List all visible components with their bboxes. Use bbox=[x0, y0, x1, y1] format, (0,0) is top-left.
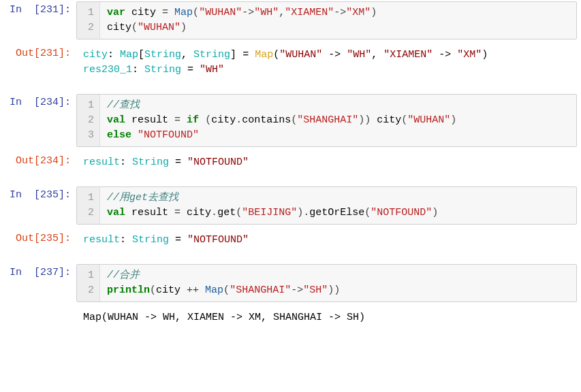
code-token: ] bbox=[230, 49, 236, 61]
code-token: : bbox=[108, 49, 120, 61]
code-token: String bbox=[193, 49, 230, 61]
code-token: //合并 bbox=[107, 270, 140, 281]
empty-prompt bbox=[0, 306, 76, 314]
code-token: )) bbox=[358, 114, 371, 126]
code-token: = bbox=[169, 234, 187, 246]
code-token: var bbox=[107, 7, 125, 18]
code-token: String bbox=[144, 64, 181, 76]
code-token: "SH" bbox=[303, 284, 328, 296]
output-line: result: String = "NOTFOUND" bbox=[83, 155, 574, 170]
code-token: "XM" bbox=[457, 49, 482, 61]
code-token: = bbox=[174, 207, 180, 218]
code-line: city("WUHAN") bbox=[107, 20, 569, 35]
code-token: if bbox=[187, 114, 199, 126]
input-cell: In [235]:12//用get去查找val result = city.ge… bbox=[0, 185, 581, 226]
line-number: 1 bbox=[82, 268, 94, 283]
output-cell: Out[235]:result: String = "NOTFOUND" bbox=[0, 229, 581, 252]
in-prompt: In [234]: bbox=[0, 93, 76, 112]
code-token bbox=[131, 129, 138, 141]
code-token: println bbox=[107, 284, 150, 296]
code-token: "SHANGHAI" bbox=[230, 284, 291, 296]
execute-result: result: String = "NOTFOUND" bbox=[76, 151, 581, 174]
code-input-area[interactable]: 12//用get去查找val result = city.get("BEIJIN… bbox=[76, 186, 577, 225]
code-token: city bbox=[211, 114, 236, 126]
code-token: . bbox=[211, 207, 217, 218]
output-line: result: String = "NOTFOUND" bbox=[83, 233, 574, 248]
out-prompt: Out[231]: bbox=[0, 44, 76, 63]
code-token: "WUHAN" bbox=[279, 49, 322, 61]
code-token: String bbox=[144, 49, 181, 61]
code-token: result bbox=[83, 234, 120, 246]
code-token: "WUHAN" bbox=[407, 114, 450, 126]
line-number-gutter: 12 bbox=[77, 265, 100, 301]
code-token: ( bbox=[364, 207, 371, 218]
stdout-cell: Map(WUHAN -> WH, XIAMEN -> XM, SHANGHAI … bbox=[0, 306, 581, 329]
code-line: val result = if (city.contains("SHANGHAI… bbox=[107, 113, 569, 128]
code-token: ( bbox=[273, 49, 279, 61]
code-token bbox=[180, 284, 187, 296]
code-token: "NOTFOUND" bbox=[371, 207, 432, 218]
out-prompt: Out[235]: bbox=[0, 229, 76, 248]
code-token: ) bbox=[482, 49, 488, 61]
code-token: String bbox=[132, 157, 169, 168]
code-body[interactable]: //合并println(city ++ Map("SHANGHAI"->"SH"… bbox=[100, 265, 576, 301]
code-token: "WUHAN" bbox=[138, 22, 180, 33]
code-token: get bbox=[217, 207, 236, 218]
code-token: : bbox=[120, 157, 132, 168]
code-token: Map bbox=[255, 49, 273, 61]
code-token: city bbox=[377, 114, 401, 126]
code-token: result bbox=[131, 207, 168, 218]
code-token bbox=[125, 114, 131, 126]
code-token: "WH" bbox=[347, 49, 371, 61]
code-token: [ bbox=[138, 49, 144, 61]
code-line: //合并 bbox=[107, 268, 569, 283]
code-token: , bbox=[371, 49, 383, 61]
execute-result: city: Map[String, String] = Map("WUHAN" … bbox=[76, 44, 581, 82]
code-body[interactable]: //查找val result = if (city.contains("SHAN… bbox=[100, 95, 576, 146]
code-token: "WUHAN" bbox=[199, 7, 242, 18]
code-input-area[interactable]: 12var city = Map("WUHAN"->"WH","XIAMEN"-… bbox=[76, 1, 577, 39]
code-token bbox=[168, 7, 174, 18]
line-number: 2 bbox=[82, 113, 94, 128]
code-token: city bbox=[83, 49, 108, 61]
code-token: "NOTFOUND" bbox=[187, 234, 249, 246]
in-prompt: In [235]: bbox=[0, 185, 76, 205]
input-cell: In [234]:123//查找val result = if (city.co… bbox=[0, 93, 581, 148]
output-line: res230_1: String = "WH" bbox=[83, 63, 574, 78]
notebook-container: In [231]:12var city = Map("WUHAN"->"WH",… bbox=[0, 0, 581, 340]
output-cell: Out[234]:result: String = "NOTFOUND" bbox=[0, 151, 581, 174]
in-prompt: In [237]: bbox=[0, 263, 76, 282]
code-line: var city = Map("WUHAN"->"WH","XIAMEN"->"… bbox=[107, 5, 569, 20]
code-token: else bbox=[107, 129, 131, 141]
cell-spacer bbox=[0, 329, 581, 340]
code-body[interactable]: var city = Map("WUHAN"->"WH","XIAMEN"->"… bbox=[100, 2, 576, 39]
code-token: "XM" bbox=[346, 7, 371, 18]
code-token: ( bbox=[150, 284, 156, 296]
code-token: ) bbox=[450, 114, 456, 126]
code-token bbox=[371, 114, 377, 126]
code-token: -> bbox=[291, 284, 303, 296]
code-token: ). bbox=[297, 207, 309, 218]
cell-spacer bbox=[0, 174, 581, 185]
code-token: = bbox=[169, 157, 187, 168]
code-token: "WH" bbox=[254, 7, 279, 18]
code-token: //用get去查找 bbox=[107, 192, 178, 203]
code-token: )) bbox=[328, 284, 340, 296]
line-number-gutter: 12 bbox=[77, 187, 100, 224]
code-token: //查找 bbox=[107, 99, 140, 111]
code-body[interactable]: //用get去查找val result = city.get("BEIJING"… bbox=[100, 187, 576, 224]
line-number: 2 bbox=[82, 20, 94, 35]
code-token: city bbox=[187, 207, 211, 218]
code-token: ) bbox=[432, 207, 438, 218]
code-token bbox=[168, 207, 174, 218]
code-token: -> bbox=[433, 49, 457, 61]
code-token: ( bbox=[401, 114, 407, 126]
code-input-area[interactable]: 123//查找val result = if (city.contains("S… bbox=[76, 94, 577, 147]
code-token: Map(WUHAN -> WH, XIAMEN -> XM, SHANGHAI … bbox=[83, 312, 365, 323]
code-token: "WH" bbox=[200, 64, 224, 76]
execute-result: result: String = "NOTFOUND" bbox=[76, 229, 581, 252]
code-input-area[interactable]: 12//合并println(city ++ Map("SHANGHAI"->"S… bbox=[76, 264, 577, 302]
code-token bbox=[180, 207, 187, 218]
code-token: = bbox=[236, 49, 255, 61]
code-token: = bbox=[174, 114, 180, 126]
